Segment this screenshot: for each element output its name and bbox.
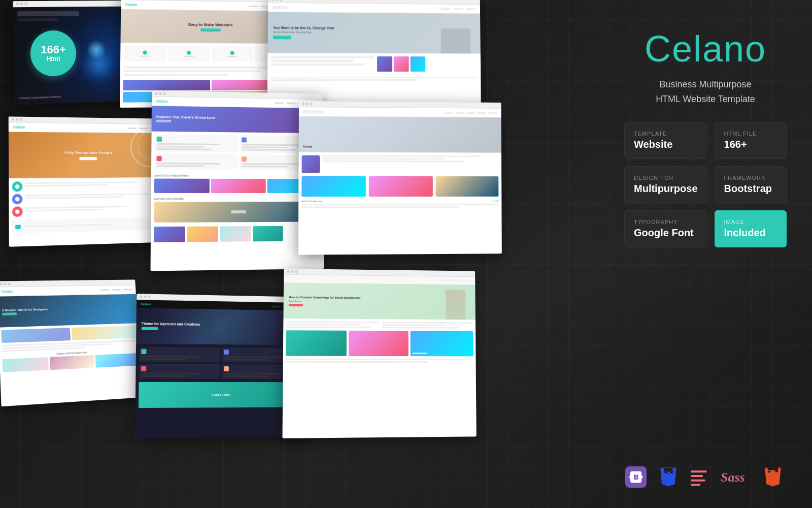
dot-14 xyxy=(159,92,161,95)
dot-11 xyxy=(16,118,18,121)
card-value-multipurpose: Multipurpose xyxy=(634,183,698,195)
brand-name: Celano xyxy=(624,30,787,67)
dot-24 xyxy=(148,296,151,298)
feat-icon-3 xyxy=(230,51,234,55)
card-value-website: Website xyxy=(634,139,698,150)
feature-card-design-multipurpose: Design for Multipurpose xyxy=(624,166,707,203)
dot-17 xyxy=(306,103,309,105)
dot-26 xyxy=(291,270,293,273)
mockup-4: Celano Fully Responsive Design xyxy=(9,116,166,246)
nav-logo-5: Celano xyxy=(156,100,168,103)
dot-16 xyxy=(302,103,304,105)
css3-icon xyxy=(659,466,677,488)
dot-9 xyxy=(280,0,282,1)
info-bottom-section: Sass xyxy=(624,451,787,488)
feature-card-html-file: Html File 166+ xyxy=(715,122,787,159)
brand-tagline: Business Multipurpose HTML Website Templ… xyxy=(624,77,787,107)
tech-icons-row: Sass xyxy=(624,466,787,488)
dot-19 xyxy=(0,282,3,285)
dot-2 xyxy=(20,3,23,5)
dot-12 xyxy=(20,118,22,121)
brand-header: Celano Business Multipurpose HTML Websit… xyxy=(624,30,787,107)
dot-1 xyxy=(16,3,19,5)
card-value-included: Included xyxy=(724,227,777,239)
dot-13 xyxy=(155,92,157,95)
portfolio-item-1 xyxy=(123,80,210,90)
html-count-badge: 166+ Html xyxy=(30,30,76,76)
mockup-7: Celano A Modern Theme for Designers xyxy=(0,279,143,406)
mockup-6: Teams Apply xyxy=(298,101,502,255)
feature-card-typography-googlefont: Typography Google Font xyxy=(624,210,707,247)
mockup-9: How to Creative Something for Small Busi… xyxy=(282,269,476,438)
card-label-typography: Typography xyxy=(634,219,698,225)
feat-icon-1 xyxy=(143,50,147,54)
dot-15 xyxy=(163,92,166,95)
svg-rect-3 xyxy=(691,484,700,486)
dot-22 xyxy=(140,295,142,298)
badge-text: Html xyxy=(47,55,60,62)
svg-rect-0 xyxy=(691,470,707,472)
card-label-framework: Framework xyxy=(724,175,777,181)
feat-2-1 xyxy=(123,46,166,61)
svg-text:Sass: Sass xyxy=(721,470,745,485)
badge-number: 166+ xyxy=(41,44,66,55)
feat-line-2 xyxy=(184,56,194,57)
feature-card-template-website: Template Website xyxy=(624,122,707,159)
page-content: 166+ Html Unlimited Customizations & Opt… xyxy=(0,0,812,508)
card-value-googlefont: Google Font xyxy=(634,227,698,239)
nav-links-7 xyxy=(100,289,132,291)
card-value-bootstrap: Bootstrap xyxy=(724,183,777,195)
mockup-8: Celano Theme for Agencies and Creatives xyxy=(135,294,303,438)
nav-link-1 xyxy=(249,6,258,7)
dot-23 xyxy=(144,295,146,298)
card-label-template: Template xyxy=(634,131,698,137)
dot-8 xyxy=(276,0,278,1)
svg-rect-1 xyxy=(691,475,703,477)
feature-cards-grid: Template Website Html File 166+ Design f… xyxy=(624,122,787,247)
info-top-section: Celano Business Multipurpose HTML Websit… xyxy=(624,30,787,247)
feat-2-2 xyxy=(168,46,210,61)
feature-cards-section: Template Website Html File 166+ Design f… xyxy=(624,122,787,247)
dot-21 xyxy=(8,282,11,285)
feature-card-image-included: Image Included xyxy=(715,210,787,247)
dot-10 xyxy=(12,118,14,121)
feat-line-1 xyxy=(140,56,150,57)
dot-25 xyxy=(287,270,289,273)
dot-27 xyxy=(295,270,298,273)
card-value-166: 166+ xyxy=(724,139,777,150)
nav-logo-2: Celano xyxy=(125,3,138,6)
dot-3 xyxy=(24,3,27,5)
bar-3 xyxy=(123,74,228,76)
mockup-area: 166+ Html Unlimited Customizations & Opt… xyxy=(0,0,609,508)
bootstrap-icon xyxy=(625,466,647,488)
feat-icon-2 xyxy=(187,51,191,55)
nav-logo-4: Celano xyxy=(13,125,25,129)
bar-2 xyxy=(123,70,261,72)
info-panel: Celano Business Multipurpose HTML Websit… xyxy=(609,0,812,508)
dot-20 xyxy=(4,282,7,285)
card-label-image: Image xyxy=(724,219,777,225)
feat-2-3 xyxy=(212,46,253,61)
dot-7 xyxy=(272,0,274,1)
card-label-html: Html File xyxy=(724,131,777,137)
sass-icon: Sass xyxy=(721,469,751,485)
feature-card-framework-bootstrap: Framework Bootstrap xyxy=(715,166,787,203)
materialize-icon xyxy=(689,467,708,487)
dot-18 xyxy=(310,103,313,105)
nav-logo-7: Celano xyxy=(1,290,13,293)
screen-nav-6 xyxy=(299,107,501,117)
svg-rect-2 xyxy=(691,480,705,482)
card-label-design: Design for xyxy=(634,175,698,181)
html5-icon xyxy=(763,466,782,488)
feat-line-3 xyxy=(227,56,238,57)
